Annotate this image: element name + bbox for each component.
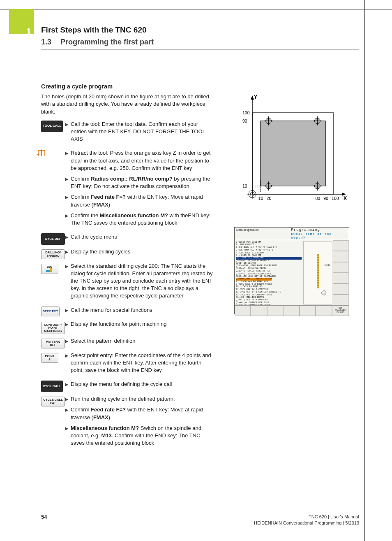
- workpiece-diagram: YX102080901001090100: [234, 93, 349, 208]
- subsection-title: Creating a cycle program: [41, 82, 214, 91]
- bullet-text: Confirm Feed rate F=? with the ENT key: …: [71, 193, 214, 208]
- drilling-thread-softkey-icon: DRILLING/ THREAD: [41, 249, 65, 259]
- triangle-icon: ▶: [65, 234, 71, 240]
- step-retract: ▶Retract the tool: Press the orange axis…: [41, 149, 214, 230]
- screenshot-softkey-row: SET STANDARD VALUES: [235, 305, 349, 316]
- section-number: 1.3: [41, 38, 58, 46]
- svg-text:Y: Y: [254, 94, 257, 100]
- screenshot-mode: Manual operation: [235, 228, 289, 240]
- tnc-screenshot: Manual operation Programming Dwell time …: [234, 227, 349, 314]
- page-footer: 54 TNC 620 | User's Manual HEIDENHAIN Co…: [41, 514, 359, 526]
- top-rule: [0, 9, 392, 9]
- side-button: [333, 251, 349, 262]
- triangle-icon: ▶: [65, 381, 71, 388]
- triangle-icon: ▶: [65, 307, 71, 313]
- svg-rect-0: [46, 270, 50, 272]
- svg-text:90: 90: [242, 118, 247, 123]
- bullet-text: Miscellaneous function M? Switch on the …: [71, 425, 214, 447]
- bullet-text: Select the standard drilling cycle 200: …: [71, 262, 214, 300]
- side-button: [333, 262, 349, 273]
- step-drilling-thread: DRILLING/ THREAD ▶Display the drilling c…: [41, 248, 214, 259]
- screenshot-title2: Dwell time at the depth?: [291, 232, 347, 239]
- section-rule: [41, 49, 359, 50]
- section-title: 1.3 Programming the first part: [41, 38, 154, 46]
- cycle-200-softkey-icon: 200: [41, 264, 58, 274]
- contour-point-softkey-icon: CONTOUR + POINT MACHINING: [41, 322, 65, 334]
- step-cycle-call-pat: CYCLE CALL PAT ▶Run the drilling cycle o…: [41, 395, 214, 450]
- softkey: [235, 306, 251, 316]
- softkey: [300, 306, 316, 316]
- triangle-icon: ▶: [65, 407, 71, 413]
- triangle-icon: ▶: [65, 121, 71, 128]
- svg-text:100: 100: [242, 110, 250, 115]
- svg-text:100: 100: [332, 196, 339, 201]
- step-contour-point: CONTOUR + POINT MACHINING ▶Display the f…: [41, 320, 214, 334]
- step-point: POINT ✦ ▶Select point entry: Enter the c…: [41, 352, 214, 378]
- body-column: Creating a cycle program The holes (dept…: [41, 82, 214, 453]
- side-button: [333, 295, 349, 305]
- footer-line1: TNC 620 | User's Manual: [309, 514, 359, 519]
- bullet-text: Confirm the Miscellaneous function M? wi…: [71, 212, 214, 227]
- page-number: 54: [41, 514, 47, 520]
- side-button: [333, 273, 349, 283]
- triangle-icon: ▶: [65, 150, 71, 156]
- bullet-text: Select the pattern definition: [71, 337, 214, 345]
- softkey: [267, 306, 283, 316]
- svg-text:10: 10: [258, 196, 263, 201]
- bullet-text: Call the cycle menu: [71, 233, 214, 241]
- bullet-text: Call the tool: Enter the tool data. Conf…: [71, 121, 214, 143]
- triangle-icon: ▶: [65, 176, 71, 182]
- bullet-text: Run the drilling cycle on the defined pa…: [71, 395, 214, 403]
- tool-call-key-icon: TOOL CALL: [41, 121, 63, 132]
- chapter-title: First Steps with the TNC 620: [41, 26, 147, 35]
- triangle-icon: ▶: [65, 338, 71, 344]
- step-cycl-def: CYCL DEF ▶Call the cycle menu: [41, 233, 214, 245]
- cycle-call-pat-softkey-icon: CYCLE CALL PAT: [41, 397, 65, 406]
- triangle-icon: ▶: [65, 263, 71, 269]
- svg-text:80: 80: [315, 196, 320, 201]
- step-tool-call: TOOL CALL ▶Call the tool: Enter the tool…: [41, 121, 214, 146]
- screenshot-side-buttons: [333, 240, 349, 305]
- triangle-icon: ▶: [65, 425, 71, 432]
- bullet-text: Call the menu for special functions: [71, 306, 214, 314]
- screenshot-code-listing: 0 BEGIN PGM EX11 MM1 ;PGM CONNECT2 BLK F…: [235, 240, 303, 305]
- chapter-number: 1: [26, 26, 31, 37]
- bullet-text: Display the drilling cycles: [71, 248, 214, 255]
- side-button: [333, 283, 349, 294]
- triangle-icon: ▶: [65, 194, 71, 200]
- cycl-call-key-icon: CYCL CALL: [41, 381, 63, 392]
- step-pattern-def: PATTERN DEF ▶Select the pattern definiti…: [41, 337, 214, 348]
- chapter-tab: 1: [9, 9, 34, 34]
- triangle-icon: ▶: [65, 249, 71, 255]
- svg-text:20: 20: [267, 196, 272, 201]
- softkey: [316, 306, 332, 316]
- svg-text:X: X: [344, 195, 347, 201]
- ball-graphic-icon: [321, 290, 326, 295]
- bullet-text: Display the menu for defining the cycle …: [71, 381, 214, 388]
- crop-rule-right: [364, 0, 365, 541]
- cycl-def-key-icon: CYCL DEF: [41, 233, 65, 245]
- softkey: [283, 306, 299, 316]
- section-heading-text: Programming the first part: [60, 38, 154, 46]
- page: 1 First Steps with the TNC 620 1.3 Progr…: [0, 0, 392, 541]
- softkey: [251, 306, 267, 316]
- step-cycl-call: CYCL CALL ▶Display the menu for defining…: [41, 381, 214, 392]
- screenshot-cycle-graphic: Q211: [303, 241, 333, 304]
- softkey-label: 200: [47, 265, 53, 269]
- svg-marker-3: [251, 95, 254, 100]
- svg-rect-9: [261, 121, 325, 186]
- softkey-set-standard: SET STANDARD VALUES: [332, 306, 349, 316]
- drill-graphic-icon: [317, 254, 319, 288]
- intro-paragraph: The holes (depth of 20 mm) shown in the …: [41, 93, 214, 116]
- graphic-param-label: Q211: [325, 264, 331, 266]
- step-cycle-200: 200 ▶Select the standard drilling cycle …: [41, 262, 214, 303]
- svg-text:10: 10: [242, 183, 247, 188]
- triangle-icon: ▶: [65, 321, 71, 327]
- bullet-text: Confirm Feed rate F=? with the ENT key: …: [71, 406, 214, 421]
- footer-line2: HEIDENHAIN Conversational Programming | …: [254, 520, 359, 525]
- z-axis-key-icon: [41, 149, 42, 156]
- bullet-text: Retract the tool: Press the orange axis …: [71, 149, 214, 172]
- triangle-icon: ▶: [65, 213, 71, 219]
- svg-text:90: 90: [323, 196, 328, 201]
- svg-rect-1: [50, 268, 52, 272]
